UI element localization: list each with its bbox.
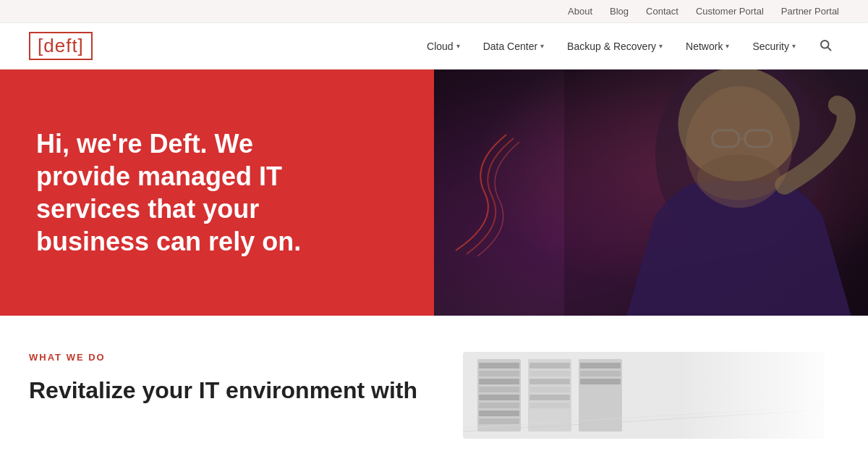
logo-bracket-close: ]	[78, 35, 84, 56]
hero-title: Hi, we're Deft. We provide managed IT se…	[36, 127, 340, 258]
svg-rect-22	[529, 371, 570, 376]
cloud-chevron-icon: ▾	[456, 42, 460, 50]
partner-portal-link[interactable]: Partner Portal	[781, 6, 839, 17]
svg-rect-13	[479, 371, 519, 376]
hero-left-panel: Hi, we're Deft. We provide managed IT se…	[0, 70, 434, 316]
what-we-do-section: WHAT WE DO Revitalize your IT environmen…	[0, 316, 868, 459]
network-nav-item[interactable]: Network ▾	[676, 35, 739, 58]
blog-link[interactable]: Blog	[610, 6, 629, 17]
what-we-do-left: WHAT WE DO Revitalize your IT environmen…	[29, 352, 420, 405]
svg-rect-25	[529, 395, 570, 400]
section-title: Revitalize your IT environment with	[29, 376, 420, 405]
svg-rect-18	[479, 410, 519, 416]
svg-rect-15	[479, 387, 519, 392]
site-logo[interactable]: [deft]	[29, 32, 93, 60]
svg-line-1	[827, 47, 830, 50]
svg-rect-28	[580, 363, 621, 369]
about-link[interactable]: About	[568, 6, 592, 17]
hero-right-panel	[434, 70, 868, 316]
svg-rect-33	[680, 352, 825, 439]
network-nav-label: Network	[686, 41, 723, 52]
backup-recovery-nav-item[interactable]: Backup & Recovery ▾	[557, 35, 673, 58]
hero-decoration-lines	[441, 120, 528, 265]
hero-section: Hi, we're Deft. We provide managed IT se…	[0, 70, 868, 316]
network-chevron-icon: ▾	[726, 42, 729, 50]
search-button[interactable]	[812, 33, 839, 60]
security-chevron-icon: ▾	[792, 42, 796, 50]
data-center-chevron-icon: ▾	[540, 42, 544, 50]
svg-rect-21	[529, 363, 570, 369]
backup-recovery-chevron-icon: ▾	[659, 42, 663, 50]
data-center-nav-label: Data Center	[483, 41, 537, 52]
what-we-do-image	[463, 352, 825, 439]
svg-rect-26	[529, 403, 570, 408]
svg-rect-30	[580, 379, 621, 384]
top-bar: About Blog Contact Customer Portal Partn…	[0, 0, 868, 23]
cloud-nav-label: Cloud	[427, 41, 454, 52]
svg-rect-17	[479, 403, 519, 408]
svg-rect-16	[479, 395, 519, 400]
security-nav-label: Security	[752, 41, 789, 52]
security-nav-item[interactable]: Security ▾	[742, 35, 806, 58]
logo-text: deft	[43, 35, 77, 56]
svg-rect-12	[479, 363, 519, 369]
main-navigation: [deft] Cloud ▾ Data Center ▾ Backup & Re…	[0, 23, 868, 70]
svg-rect-14	[479, 379, 519, 384]
data-center-image	[463, 352, 825, 439]
nav-items: Cloud ▾ Data Center ▾ Backup & Recovery …	[417, 35, 806, 58]
svg-rect-9	[564, 70, 868, 316]
hero-image	[434, 70, 868, 316]
logo-bracket-open: [	[38, 35, 43, 56]
search-icon	[819, 38, 832, 51]
data-center-nav-item[interactable]: Data Center ▾	[473, 35, 554, 58]
svg-rect-19	[479, 418, 519, 424]
customer-portal-link[interactable]: Customer Portal	[696, 6, 764, 17]
svg-rect-24	[529, 387, 570, 392]
backup-recovery-nav-label: Backup & Recovery	[567, 41, 656, 52]
hero-person-silhouette	[564, 70, 868, 316]
contact-link[interactable]: Contact	[646, 6, 678, 17]
svg-rect-23	[529, 379, 570, 384]
svg-rect-29	[580, 371, 621, 376]
what-we-do-right	[463, 352, 825, 439]
cloud-nav-item[interactable]: Cloud ▾	[417, 35, 470, 58]
section-label: WHAT WE DO	[29, 352, 420, 363]
